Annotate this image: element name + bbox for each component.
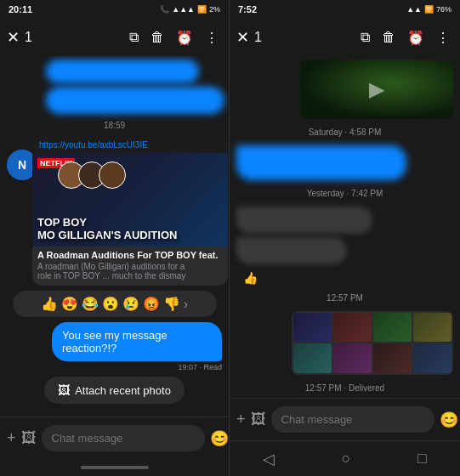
emoji-more[interactable]: › [184,297,188,312]
left-plus-button[interactable]: + [7,429,16,447]
youtube-thumbnail: NETFLIX TOP BOY MO GILLIGAN'S AUDITION [32,153,228,246]
redacted-bubble-1 [46,60,199,83]
emoji-thumbsup[interactable]: 👍 [41,296,58,312]
left-home-indicator [0,459,229,476]
my-message-bubble: You see my message reaction?!? [52,322,222,361]
right-plus-button[interactable]: + [236,411,246,428]
phone-icon: 📞 [160,5,169,14]
redacted-bubble-2 [46,87,224,114]
right-battery: 76% [436,5,451,14]
attach-label: Attach recent photo [75,384,171,397]
game-card-8 [413,343,451,373]
left-panel: 20:11 📞 ▲▲▲ 🛜 2% ✕ 1 ⧉ 🗑 ⏰ ⋮ N 18:59 htt… [0,0,230,476]
youtube-title: TOP BOY MO GILLIGAN'S AUDITION [37,217,223,241]
left-selected-count: 1 [25,30,121,45]
right-timer-button[interactable]: ⏰ [404,26,428,49]
youtube-desc-body: A roadman (Mo Gilligan) auditions for a … [32,262,228,286]
right-gallery-button[interactable]: 🖼 [251,411,266,428]
emoji-thumbsdown[interactable]: 👎 [163,296,180,312]
wifi-icon: 🛜 [197,5,207,14]
game-card-3 [373,313,412,343]
youtube-url[interactable]: https://youtu.be/axbLscUI3IE [32,137,228,153]
youtube-desc-title: A Roadman Auditions For TOP BOY feat. [32,246,228,262]
right-emoji-button[interactable]: 😊 [440,411,458,429]
right-close-button[interactable]: ✕ [236,28,249,47]
right-status-bar: 7:52 ▲▲ 🛜 76% [230,0,460,19]
left-messages-area: N 18:59 https://youtu.be/axbLscUI3IE NET… [0,56,229,416]
left-timer-button[interactable]: ⏰ [173,26,196,49]
timestamp-delivered: 12:57 PM · Delivered [236,383,453,393]
game-card-1 [293,313,332,343]
left-status-bar: 20:11 📞 ▲▲▲ 🛜 2% [0,0,229,19]
attach-recent-photo-button[interactable]: 🖼 Attach recent photo [44,377,185,404]
left-close-button[interactable]: ✕ [7,28,20,47]
my-message-meta: 19:07 · Read [178,363,222,371]
right-wifi-icon: 🛜 [424,5,434,14]
video-thumbnail [300,60,453,119]
redacted-dark-group [236,207,453,264]
game-card-2 [333,313,372,343]
emoji-heart-eyes[interactable]: 😍 [61,296,78,312]
left-input-bar: + 🖼 😊 🎤 [0,416,229,459]
right-nav-bar: ◁ ○ □ [230,440,460,476]
right-copy-button[interactable]: ⧉ [357,26,373,48]
left-chat-input[interactable] [42,425,205,451]
left-delete-button[interactable]: 🗑 [147,26,168,48]
left-gallery-button[interactable]: 🖼 [21,429,37,447]
signal-icon: ▲▲▲ [172,5,195,14]
right-status-icons: ▲▲ 🛜 76% [406,5,451,14]
nav-back-button[interactable]: ◁ [263,450,275,468]
thumbnail-faces [58,162,126,189]
game-card-4 [413,313,451,343]
right-delete-button[interactable]: 🗑 [378,26,399,48]
left-home-bar [81,466,149,469]
attach-icon: 🖼 [58,383,70,397]
nav-recent-button[interactable]: □ [417,450,427,468]
left-emoji-button[interactable]: 😊 [210,429,229,448]
redacted-dark-bubble-1 [236,207,372,234]
left-status-icons: 📞 ▲▲▲ 🛜 2% [160,5,220,14]
timestamp-1257: 12:57 PM [236,293,453,303]
right-signal-icon: ▲▲ [406,5,422,14]
emoji-reactions-bar[interactable]: 👍 😍 😂 😮 😢 😡 👎 › [13,291,217,317]
game-card-6 [333,343,372,373]
game-card-5 [293,343,332,373]
emoji-laugh[interactable]: 😂 [82,296,99,312]
video-inner [300,60,453,119]
left-battery: 2% [209,5,220,14]
emoji-angry[interactable]: 😡 [143,296,160,312]
right-time: 7:52 [238,4,257,14]
redacted-messages-group [46,60,222,114]
right-action-bar: ✕ 1 ⧉ 🗑 ⏰ ⋮ [230,19,460,56]
face-3 [99,162,126,189]
right-chat-input[interactable] [271,406,434,433]
right-panel: 7:52 ▲▲ 🛜 76% ✕ 1 ⧉ 🗑 ⏰ ⋮ Saturday · 4:5… [230,0,460,476]
nav-home-button[interactable]: ○ [342,450,351,468]
right-input-bar: + 🖼 😊 🎤 [230,398,460,440]
my-message-group: You see my message reaction?!? 19:07 · R… [52,322,222,371]
right-selected-count: 1 [254,30,352,45]
game-card-grid [292,311,453,375]
redacted-dark-bubble-2 [236,237,347,264]
thumbs-up-reaction: 👍 [243,271,258,285]
left-action-bar: ✕ 1 ⧉ 🗑 ⏰ ⋮ [0,19,229,56]
right-messages-area: Saturday · 4:58 PM Yesterday · 7:42 PM 👍… [230,56,460,398]
left-copy-button[interactable]: ⧉ [126,26,142,48]
redacted-blue-bubble-right [236,145,406,180]
emoji-surprised[interactable]: 😮 [102,296,119,312]
left-more-button[interactable]: ⋮ [202,26,222,49]
game-card-7 [373,343,412,373]
timestamp-yesterday: Yesterday · 7:42 PM [236,189,453,198]
left-time: 20:11 [9,4,32,14]
timestamp-1859: 18:59 [7,121,222,130]
timestamp-saturday: Saturday · 4:58 PM [236,128,453,137]
right-more-button[interactable]: ⋮ [433,26,453,49]
youtube-card[interactable]: https://youtu.be/axbLscUI3IE NETFLIX TOP… [32,137,228,286]
emoji-sad[interactable]: 😢 [122,296,139,312]
